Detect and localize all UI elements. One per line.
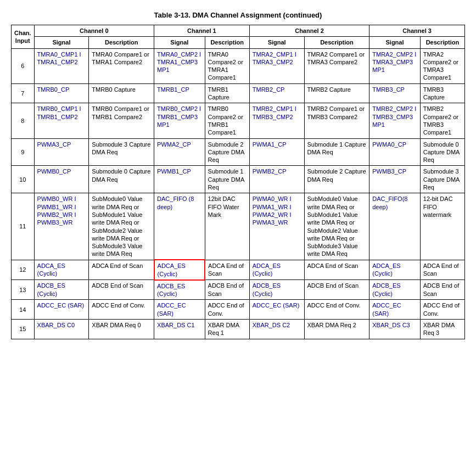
signal-cell: DAC_FIFO(8 deep) <box>369 193 421 260</box>
desc-cell: Submodule 3 Capture DMA Req <box>89 138 154 166</box>
table-row: 7TMRB0_CPTMRB0 CaptureTMRB1_CPTMRB1 Capt… <box>12 83 465 103</box>
desc-cell: TMRB0 Compare2 or TMRB1 Compare1 <box>205 103 249 138</box>
desc-cell: ADCC End of Conv. <box>89 300 154 320</box>
desc-cell: ADCB End of Scan <box>304 280 369 300</box>
desc-cell: 12bit DAC FIFO Water Mark <box>205 193 249 260</box>
desc-cell: TMRB2 Compare1 or TMRB3 Compare2 <box>304 103 369 138</box>
c1-desc-header: Description <box>205 37 249 48</box>
c0-desc-header: Description <box>89 37 154 48</box>
signal-cell: TMRA0_CMP1 I TMRA1_CMP2 <box>34 48 89 83</box>
table-row: 6TMRA0_CMP1 I TMRA1_CMP2TMRA0 Compare1 o… <box>12 48 465 83</box>
signal-cell: PWMB2_CP <box>249 166 304 193</box>
signal-cell: ADCA_ES (Cyclic) <box>34 260 89 280</box>
desc-cell: ADCB End of Scan <box>205 280 249 300</box>
table-row: 12ADCA_ES (Cyclic)ADCA End of ScanADCA_E… <box>12 260 465 280</box>
desc-cell: Submodule 2 Capture DMA Req <box>205 138 249 166</box>
table-row: 14ADCC_EC (SAR)ADCC End of Conv.ADCC_EC … <box>12 300 465 320</box>
desc-cell: XBAR DMA Req 3 <box>420 320 464 339</box>
desc-cell: XBAR DMA Req 2 <box>304 320 369 339</box>
signal-cell: TMRA2_CMP2 I TMRA3_CMP3 MP1 <box>369 48 421 83</box>
signal-cell: TMRB2_CP <box>249 83 304 103</box>
desc-cell: 12-bit DAC FIFO watermark <box>420 193 464 260</box>
desc-cell: TMRA0 Compare1 or TMRA1 Compare2 <box>89 48 154 83</box>
signal-cell: TMRB2_CMP2 I TMRB3_CMP3 MP1 <box>369 103 421 138</box>
signal-cell: DAC_FIFO (8 deep) <box>154 193 205 260</box>
signal-cell: TMRB0_CP <box>34 83 89 103</box>
desc-cell: Submodule 2 Capture DMA Req <box>304 166 369 193</box>
channel0-header: Channel 0 <box>34 25 154 37</box>
signal-cell: PWMA3_CP <box>34 138 89 166</box>
desc-cell: Submodule 0 Capture DMA Req <box>420 138 464 166</box>
chan-num: 7 <box>12 83 35 103</box>
c3-desc-header: Description <box>420 37 464 48</box>
signal-cell: TMRA0_CMP2 I TMRA1_CMP3 MP1 <box>154 48 205 83</box>
signal-cell: ADCA_ES (Cyclic) <box>369 260 421 280</box>
signal-cell: ADCC_EC (SAR) <box>369 300 421 320</box>
dma-table: Chan.Input Channel 0 Channel 1 Channel 2… <box>11 25 465 339</box>
table-row: 10PWMB0_CPSubmodule 0 Capture DMA ReqPWM… <box>12 166 465 193</box>
desc-cell: Submodule 0 Capture DMA Req <box>89 166 154 193</box>
signal-cell: TMRB2_CMP1 I TMRB3_CMP2 <box>249 103 304 138</box>
signal-cell: XBAR_DS C1 <box>154 320 205 339</box>
desc-cell: ADCA End of Scan <box>304 260 369 280</box>
signal-cell: ADCA_ES (Cyclic) <box>154 260 205 280</box>
desc-cell: SubModule0 Value write DMA Req or SubMod… <box>304 193 369 260</box>
chan-num: 14 <box>12 300 35 320</box>
desc-cell: TMRA0 Compare2 or TMRA1 Compare1 <box>205 48 249 83</box>
signal-cell: XBAR_DS C0 <box>34 320 89 339</box>
desc-cell: TMRB2 Capture <box>304 83 369 103</box>
signal-cell: PWMA0_WR I PWMA1_WR I PWMA2_WR I PWMA3_W… <box>249 193 304 260</box>
chan-num: 10 <box>12 166 35 193</box>
desc-cell: ADCA End of Scan <box>205 260 249 280</box>
desc-cell: ADCA End of Scan <box>420 260 464 280</box>
table-row: 11PWMB0_WR I PWMB1_WR I PWMB2_WR I PWMB3… <box>12 193 465 260</box>
signal-cell: TMRA2_CMP1 I TMRA3_CMP2 <box>249 48 304 83</box>
desc-cell: ADCA End of Scan <box>89 260 154 280</box>
signal-cell: PWMB3_CP <box>369 166 421 193</box>
signal-cell: ADCB_ES (Cyclic) <box>249 280 304 300</box>
desc-cell: TMRB0 Capture <box>89 83 154 103</box>
desc-cell: TMRB0 Compare1 or TMRB1 Compare2 <box>89 103 154 138</box>
signal-cell: TMRB0_CMP2 I TMRB1_CMP3 MP1 <box>154 103 205 138</box>
signal-cell: ADCB_ES (Cyclic) <box>34 280 89 300</box>
signal-cell: ADCC_EC (SAR) <box>249 300 304 320</box>
signal-cell: PWMA0_CP <box>369 138 421 166</box>
chan-num: 9 <box>12 138 35 166</box>
channel3-header: Channel 3 <box>369 25 465 37</box>
signal-cell: ADCB_ES (Cyclic) <box>369 280 421 300</box>
desc-cell: TMRA2 Compare1 or TMRA3 Compare2 <box>304 48 369 83</box>
desc-cell: ADCC End of Conv. <box>420 300 464 320</box>
signal-cell: ADCC_EC (SAR) <box>154 300 205 320</box>
table-row: 15XBAR_DS C0XBAR DMA Req 0XBAR_DS C1XBAR… <box>12 320 465 339</box>
signal-cell: ADCB_ES (Cyclic) <box>154 280 205 300</box>
desc-cell: ADCC End of Conv. <box>304 300 369 320</box>
c2-signal-header: Signal <box>249 37 304 48</box>
c2-desc-header: Description <box>304 37 369 48</box>
chan-num: 8 <box>12 103 35 138</box>
signal-cell: PWMB0_WR I PWMB1_WR I PWMB2_WR I PWMB3_W… <box>34 193 89 260</box>
desc-cell: ADCB End of Scan <box>89 280 154 300</box>
chan-num: 15 <box>12 320 35 339</box>
desc-cell: TMRB3 Capture <box>420 83 464 103</box>
desc-cell: XBAR DMA Req 1 <box>205 320 249 339</box>
table-row: 13ADCB_ES (Cyclic)ADCB End of ScanADCB_E… <box>12 280 465 300</box>
signal-cell: PWMB1_CP <box>154 166 205 193</box>
signal-cell: ADCA_ES (Cyclic) <box>249 260 304 280</box>
desc-cell: TMRA2 Compare2 or TMRA3 Compare1 <box>420 48 464 83</box>
desc-cell: Submodule 3 Capture DMA Req <box>420 166 464 193</box>
signal-cell: TMRB1_CP <box>154 83 205 103</box>
desc-cell: ADCC End of Conv. <box>205 300 249 320</box>
desc-cell: TMRB2 Compare2 or TMRB3 Compare1 <box>420 103 464 138</box>
chan-num: 6 <box>12 48 35 83</box>
chan-input-header: Chan.Input <box>12 25 35 49</box>
signal-cell: TMRB3_CP <box>369 83 421 103</box>
signal-cell: ADCC_EC (SAR) <box>34 300 89 320</box>
desc-cell: SubModule0 Value write DMA Req or SubMod… <box>89 193 154 260</box>
c0-signal-header: Signal <box>34 37 89 48</box>
desc-cell: ADCB End of Scan <box>420 280 464 300</box>
desc-cell: XBAR DMA Req 0 <box>89 320 154 339</box>
desc-cell: Submodule 1 Capture DMA Req <box>205 166 249 193</box>
table-row: 8TMRB0_CMP1 I TMRB1_CMP2TMRB0 Compare1 o… <box>12 103 465 138</box>
desc-cell: Submodule 1 Capture DMA Req <box>304 138 369 166</box>
signal-cell: TMRB0_CMP1 I TMRB1_CMP2 <box>34 103 89 138</box>
